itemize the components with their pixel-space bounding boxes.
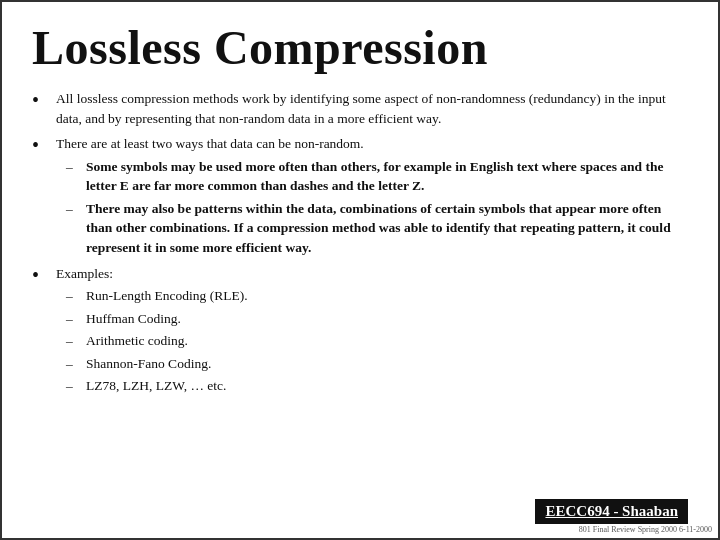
sub-text-2-2: There may also be patterns within the da… (86, 199, 688, 258)
sub-text-3-3: Arithmetic coding. (86, 331, 688, 351)
bullet-dot-2: • (32, 134, 48, 156)
bullet-1: • All lossless compression methods work … (32, 89, 688, 128)
sub-items-2: – Some symbols may be used more often th… (56, 157, 688, 258)
dash-2-1: – (66, 157, 78, 177)
content-area: • All lossless compression methods work … (32, 89, 688, 491)
bullet-3-content: Examples: – Run-Length Encoding (RLE). –… (56, 264, 688, 396)
sub-item-3-4: – Shannon-Fano Coding. (56, 354, 688, 374)
bullet-2: • There are at least two ways that data … (32, 134, 688, 257)
sub-item-3-2: – Huffman Coding. (56, 309, 688, 329)
bullet-text-1: All lossless compression methods work by… (56, 89, 688, 128)
sub-item-3-5: – LZ78, LZH, LZW, … etc. (56, 376, 688, 396)
slide: Lossless Compression • All lossless comp… (0, 0, 720, 540)
dash-3-4: – (66, 354, 78, 374)
sub-item-3-1: – Run-Length Encoding (RLE). (56, 286, 688, 306)
bullet-2-content: There are at least two ways that data ca… (56, 134, 688, 257)
sub-text-3-2: Huffman Coding. (86, 309, 688, 329)
sub-text-2-1: Some symbols may be used more often than… (86, 157, 688, 196)
footer-badge: EECC694 - Shaaban (535, 499, 688, 524)
sub-item-2-1: – Some symbols may be used more often th… (56, 157, 688, 196)
sub-item-3-3: – Arithmetic coding. (56, 331, 688, 351)
bullet-dot-3: • (32, 264, 48, 286)
sub-items-3: – Run-Length Encoding (RLE). – Huffman C… (56, 286, 688, 396)
bullet-dot-1: • (32, 89, 48, 111)
dash-2-2: – (66, 199, 78, 219)
badge-text: EECC694 - Shaaban (545, 503, 678, 519)
dash-3-5: – (66, 376, 78, 396)
sub-text-3-5: LZ78, LZH, LZW, … etc. (86, 376, 688, 396)
sub-item-2-2: – There may also be patterns within the … (56, 199, 688, 258)
dash-3-2: – (66, 309, 78, 329)
dash-3-1: – (66, 286, 78, 306)
slide-title: Lossless Compression (32, 20, 688, 75)
bullet-3: • Examples: – Run-Length Encoding (RLE).… (32, 264, 688, 396)
footer: EECC694 - Shaaban (32, 499, 688, 524)
sub-text-3-1: Run-Length Encoding (RLE). (86, 286, 688, 306)
footer-sub: 801 Final Review Spring 2000 6-11-2000 (579, 525, 712, 534)
bullet-text-2: There are at least two ways that data ca… (56, 136, 364, 151)
sub-text-3-4: Shannon-Fano Coding. (86, 354, 688, 374)
dash-3-3: – (66, 331, 78, 351)
bullet-text-3: Examples: (56, 266, 113, 281)
